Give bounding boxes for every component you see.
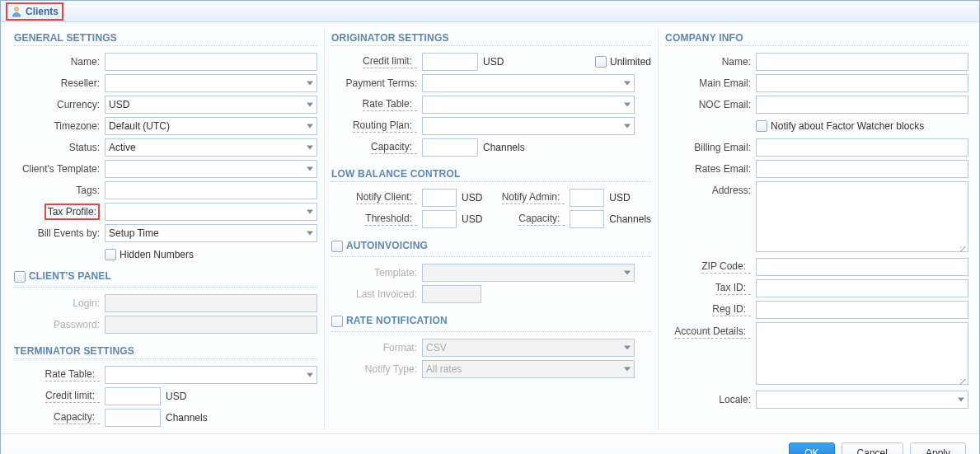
notify-client-suffix: USD	[462, 192, 482, 204]
rates-email-input[interactable]	[756, 160, 968, 178]
payment-terms-select[interactable]	[422, 74, 635, 92]
unlimited-label: Unlimited	[610, 56, 651, 68]
billing-email-label: Billing Email:	[665, 142, 756, 153]
term-capacity-label: Capacity:	[54, 411, 100, 424]
locale-select[interactable]	[756, 391, 968, 409]
payment-terms-label: Payment Terms:	[331, 77, 422, 89]
zip-code-label: ZIP Code:	[701, 260, 751, 274]
billing-email-input[interactable]	[756, 138, 968, 157]
col-general: GENERAL SETTINGS Name: Reseller: Currenc…	[7, 29, 324, 430]
login-label: Login:	[14, 297, 105, 309]
chevron-down-icon	[307, 232, 313, 236]
currency-select[interactable]: USD	[105, 96, 317, 114]
cancel-button[interactable]: Cancel	[842, 442, 903, 454]
company-name-input[interactable]	[756, 53, 968, 71]
svg-point-0	[15, 7, 19, 11]
orig-rate-table-label: Rate Table:	[363, 98, 418, 111]
unlimited-checkbox[interactable]	[595, 56, 607, 68]
notify-client-label: Notify Client:	[356, 191, 417, 204]
chevron-down-icon	[307, 167, 313, 171]
originator-heading: ORIGINATOR SETTINGS	[331, 32, 651, 46]
last-invoiced-label: Last Invoiced:	[331, 288, 422, 300]
hidden-numbers-checkbox[interactable]	[105, 249, 116, 260]
chevron-down-icon	[958, 398, 964, 402]
tags-input[interactable]	[105, 181, 317, 199]
term-credit-limit-input[interactable]	[105, 387, 161, 405]
lb-capacity-suffix: Channels	[609, 213, 651, 225]
ai-template-select[interactable]	[422, 264, 635, 282]
routing-plan-label: Routing Plan:	[353, 119, 417, 133]
noc-email-input[interactable]	[756, 96, 968, 114]
chevron-down-icon	[624, 103, 631, 107]
tax-id-input[interactable]	[756, 279, 968, 297]
autoinvoicing-heading: AUTOINVOICING	[346, 240, 428, 253]
rn-format-select[interactable]: CSV	[422, 339, 635, 357]
hidden-numbers-label: Hidden Numbers	[120, 249, 194, 260]
name-input[interactable]	[105, 53, 317, 71]
orig-rate-table-select[interactable]	[422, 96, 635, 114]
term-rate-table-label: Rate Table:	[45, 368, 101, 381]
orig-capacity-suffix: Channels	[483, 142, 525, 153]
last-invoiced-input[interactable]	[422, 285, 481, 303]
bill-events-select[interactable]: Setup Time	[105, 224, 317, 242]
threshold-label: Threshold:	[365, 213, 417, 226]
term-capacity-input[interactable]	[105, 409, 161, 427]
rate-notification-checkbox[interactable]	[331, 316, 343, 327]
terminator-heading: TERMINATOR SETTINGS	[14, 345, 317, 359]
company-name-label: Name:	[665, 56, 756, 68]
address-label: Address:	[665, 181, 756, 196]
clients-dialog: Clients GENERAL SETTINGS Name: Reseller:…	[0, 0, 980, 454]
dialog-footer: OK Cancel Apply	[1, 433, 979, 454]
lb-capacity-input[interactable]	[570, 210, 604, 228]
person-icon	[11, 6, 22, 17]
tax-id-label: Tax ID:	[715, 282, 751, 295]
autoinvoicing-checkbox[interactable]	[331, 241, 343, 252]
ok-button[interactable]: OK	[789, 442, 834, 454]
rn-notify-type-label: Notify Type:	[331, 363, 422, 375]
account-details-textarea[interactable]	[756, 322, 968, 385]
routing-plan-select[interactable]	[422, 117, 635, 135]
orig-credit-limit-input[interactable]	[422, 53, 478, 71]
notify-admin-input[interactable]	[570, 189, 604, 207]
tax-profile-select[interactable]	[105, 203, 317, 221]
timezone-label: Timezone:	[14, 120, 105, 132]
threshold-input[interactable]	[422, 210, 457, 228]
name-label: Name:	[14, 56, 105, 68]
status-label: Status:	[14, 142, 105, 153]
login-input[interactable]	[105, 294, 317, 312]
notify-client-input[interactable]	[422, 189, 457, 207]
orig-capacity-input[interactable]	[422, 138, 478, 157]
notify-admin-label: Notify Admin:	[502, 191, 565, 204]
chevron-down-icon	[307, 210, 313, 214]
reg-id-input[interactable]	[756, 301, 968, 319]
reseller-select[interactable]	[105, 74, 317, 92]
rn-notify-type-select[interactable]: All rates	[422, 360, 635, 378]
term-credit-limit-label: Credit limit:	[45, 390, 100, 403]
main-email-input[interactable]	[756, 74, 968, 92]
company-info-heading: COMPANY INFO	[665, 32, 968, 46]
status-select[interactable]: Active	[105, 138, 317, 157]
general-settings-heading: GENERAL SETTINGS	[14, 32, 317, 46]
reg-id-label: Reg ID:	[712, 303, 751, 316]
zip-code-input[interactable]	[756, 258, 968, 276]
col-company: COMPANY INFO Name: Main Email: NOC Email…	[658, 29, 975, 430]
clients-panel-checkbox[interactable]	[14, 271, 26, 283]
tax-profile-label: Tax Profile:	[45, 204, 100, 220]
chevron-down-icon	[624, 124, 631, 129]
tags-label: Tags:	[14, 185, 105, 196]
address-textarea[interactable]	[756, 181, 968, 252]
chevron-down-icon	[307, 103, 313, 107]
lb-capacity-label: Capacity:	[518, 213, 565, 226]
apply-button[interactable]: Apply	[910, 442, 966, 454]
orig-credit-limit-label: Credit limit:	[363, 55, 417, 68]
term-rate-table-select[interactable]	[105, 366, 317, 384]
term-capacity-suffix: Channels	[166, 412, 208, 424]
password-input[interactable]	[105, 316, 317, 334]
notify-factor-checkbox[interactable]	[756, 120, 767, 132]
low-balance-heading: LOW BALANCE CONTROL	[331, 168, 651, 182]
timezone-select[interactable]: Default (UTC)	[105, 117, 317, 135]
main-email-label: Main Email:	[665, 77, 756, 89]
client-template-select[interactable]	[105, 160, 317, 178]
ai-template-label: Template:	[331, 267, 422, 278]
account-details-label: Account Details:	[674, 325, 751, 339]
